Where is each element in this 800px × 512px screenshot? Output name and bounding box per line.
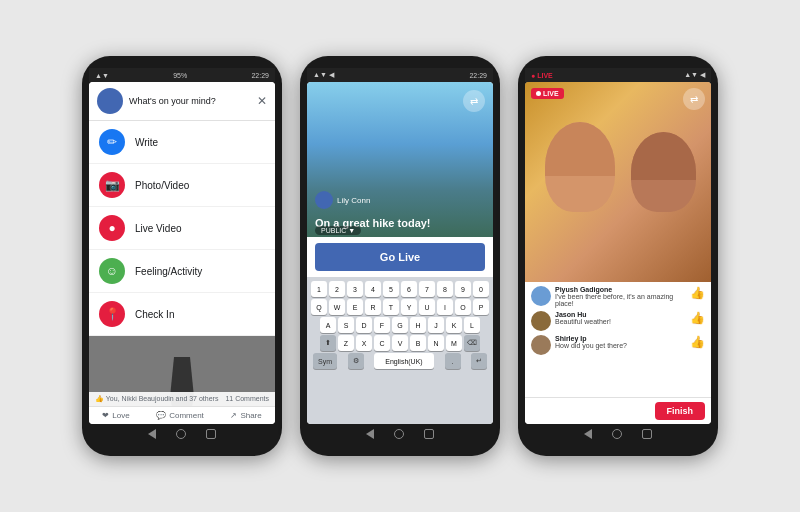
key-c[interactable]: C	[374, 335, 390, 351]
key-z[interactable]: Z	[338, 335, 354, 351]
key-enter[interactable]: ↵	[471, 353, 487, 369]
key-4[interactable]: 4	[365, 281, 381, 297]
comment-1: Piyush Gadigone I've been there before, …	[531, 286, 705, 307]
menu-item-check-in[interactable]: 📍 Check In	[89, 293, 275, 336]
menu-item-feeling-activity[interactable]: ☺ Feeling/Activity	[89, 250, 275, 293]
key-0[interactable]: 0	[473, 281, 489, 297]
key-5[interactable]: 5	[383, 281, 399, 297]
comments-count: 11 Comments	[225, 395, 269, 403]
home-button[interactable]	[394, 429, 404, 439]
comment-3-like[interactable]: 👍	[690, 335, 705, 349]
key-3[interactable]: 3	[347, 281, 363, 297]
key-2[interactable]: 2	[329, 281, 345, 297]
check-in-label: Check In	[135, 309, 174, 320]
key-space[interactable]: English(UK)	[374, 353, 434, 369]
key-n[interactable]: N	[428, 335, 444, 351]
home-button[interactable]	[176, 429, 186, 439]
key-b[interactable]: B	[410, 335, 426, 351]
photo-video-icon: 📷	[99, 172, 125, 198]
key-e[interactable]: E	[347, 299, 363, 315]
key-7[interactable]: 7	[419, 281, 435, 297]
comment-label: Comment	[169, 411, 204, 420]
selfie-visual	[525, 82, 711, 282]
commenter-3-avatar	[531, 335, 551, 355]
key-m[interactable]: M	[446, 335, 462, 351]
key-9[interactable]: 9	[455, 281, 471, 297]
keyboard-row-qwerty: Q W E R T Y U I O P	[309, 299, 491, 315]
username-label: Lily Conn	[337, 196, 370, 205]
menu-item-write[interactable]: ✏ Write	[89, 121, 275, 164]
key-l[interactable]: L	[464, 317, 480, 333]
post-actions: ❤ Love 💬 Comment ↗ Share	[89, 406, 275, 424]
key-v[interactable]: V	[392, 335, 408, 351]
whats-on-mind-text[interactable]: What's on your mind?	[129, 96, 251, 106]
comment-1-like[interactable]: 👍	[690, 286, 705, 300]
key-r[interactable]: R	[365, 299, 381, 315]
back-button[interactable]	[148, 429, 156, 439]
key-x[interactable]: X	[356, 335, 372, 351]
key-6[interactable]: 6	[401, 281, 417, 297]
key-o[interactable]: O	[455, 299, 471, 315]
user-avatar	[97, 88, 123, 114]
feeling-activity-icon: ☺	[99, 258, 125, 284]
commenter-2-text: Beautiful weather!	[555, 318, 686, 325]
recents-button[interactable]	[642, 429, 652, 439]
check-in-icon: 📍	[99, 301, 125, 327]
comment-icon: 💬	[156, 411, 166, 420]
commenter-1-text: I've been there before, it's an amazing …	[555, 293, 686, 307]
public-badge[interactable]: PUBLIC ▼	[315, 226, 361, 235]
key-period[interactable]: .	[445, 353, 461, 369]
key-sym[interactable]: Sym	[313, 353, 337, 369]
phone3-screen: LIVE ⇄ Piyush Gadig	[525, 82, 711, 424]
key-h[interactable]: H	[410, 317, 426, 333]
comment-button[interactable]: 💬 Comment	[156, 411, 204, 420]
camera-switch-icon[interactable]: ⇄	[463, 90, 485, 112]
key-1[interactable]: 1	[311, 281, 327, 297]
commenter-2-avatar	[531, 311, 551, 331]
share-icon: ↗	[230, 411, 237, 420]
key-a[interactable]: A	[320, 317, 336, 333]
recents-button[interactable]	[206, 429, 216, 439]
live-camera-view: LIVE ⇄	[525, 82, 711, 282]
menu-item-photo-video[interactable]: 📷 Photo/Video	[89, 164, 275, 207]
key-g[interactable]: G	[392, 317, 408, 333]
recents-button[interactable]	[424, 429, 434, 439]
commenter-3-text: How did you get there?	[555, 342, 686, 349]
live-video-icon: ●	[99, 215, 125, 241]
comment-2-body: Jason Hu Beautiful weather!	[555, 311, 686, 325]
selfie-faces	[525, 82, 711, 282]
camera-view: ⇄ Lily Conn On a great hike today! PUBLI…	[307, 82, 493, 237]
key-s[interactable]: S	[338, 317, 354, 333]
key-8[interactable]: 8	[437, 281, 453, 297]
back-button[interactable]	[366, 429, 374, 439]
home-button[interactable]	[612, 429, 622, 439]
menu-item-live-video[interactable]: ● Live Video	[89, 207, 275, 250]
key-shift[interactable]: ⬆	[320, 335, 336, 351]
phone3-nav	[525, 424, 711, 444]
back-button[interactable]	[584, 429, 592, 439]
key-w[interactable]: W	[329, 299, 345, 315]
finish-button[interactable]: Finish	[655, 402, 706, 420]
go-live-button[interactable]: Go Live	[315, 243, 485, 271]
share-button[interactable]: ↗ Share	[230, 411, 261, 420]
key-backspace[interactable]: ⌫	[464, 335, 480, 351]
key-y[interactable]: Y	[401, 299, 417, 315]
comment-3: Shirley Ip How did you get there? 👍	[531, 335, 705, 355]
key-i[interactable]: I	[437, 299, 453, 315]
close-button[interactable]: ✕	[257, 94, 267, 108]
key-p[interactable]: P	[473, 299, 489, 315]
phone1-header: What's on your mind? ✕	[89, 82, 275, 121]
comment-2-like[interactable]: 👍	[690, 311, 705, 325]
love-button[interactable]: ❤ Love	[102, 411, 129, 420]
key-q[interactable]: Q	[311, 299, 327, 315]
key-k[interactable]: K	[446, 317, 462, 333]
commenter-1-avatar	[531, 286, 551, 306]
key-d[interactable]: D	[356, 317, 372, 333]
comment-2: Jason Hu Beautiful weather! 👍	[531, 311, 705, 331]
key-f[interactable]: F	[374, 317, 390, 333]
phone2-topbar: ▲▼ ◀ 22:29	[307, 68, 493, 82]
key-j[interactable]: J	[428, 317, 444, 333]
key-u[interactable]: U	[419, 299, 435, 315]
key-t[interactable]: T	[383, 299, 399, 315]
key-settings[interactable]: ⚙	[348, 353, 364, 369]
